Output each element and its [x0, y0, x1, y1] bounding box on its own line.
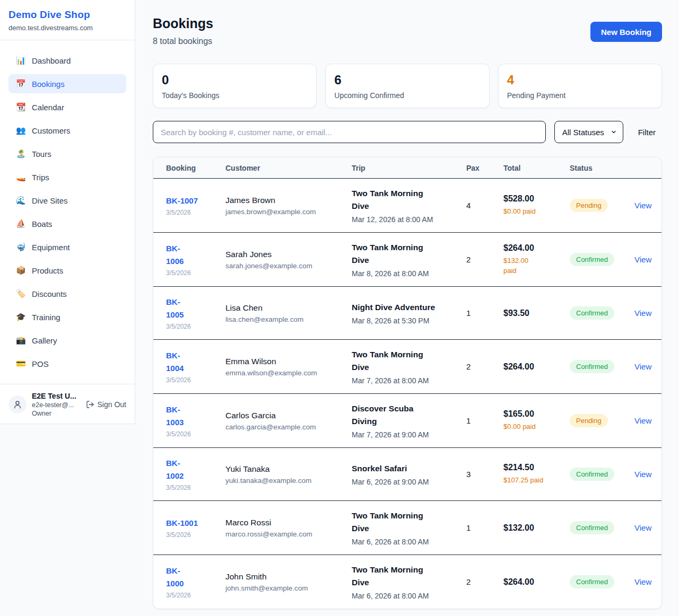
trip-name: Night Dive Adventure: [352, 301, 466, 314]
table-row: BK- 1002 3/5/2026 Yuki Tanaka yuki.tanak…: [153, 447, 661, 500]
total-amount: $264.00: [503, 243, 570, 253]
nav-icon: 🌊: [16, 196, 25, 205]
customer-cell: James Brown james.brown@example.com: [225, 196, 352, 216]
sidebar-item-label: Equipment: [32, 243, 70, 252]
booking-id-link[interactable]: BK- 1003: [166, 403, 184, 429]
view-link[interactable]: View: [634, 362, 651, 371]
table-row: BK- 1004 3/5/2026 Emma Wilson emma.wilso…: [153, 339, 661, 393]
filter-button[interactable]: Filter: [632, 128, 662, 137]
customer-cell: Emma Wilson emma.wilson@example.com: [225, 357, 352, 377]
stat-value: 0: [162, 73, 308, 88]
sidebar-item-dashboard[interactable]: 📊 Dashboard: [8, 51, 126, 70]
trip-datetime: Mar 6, 2026 at 8:00 AM: [352, 538, 466, 546]
customer-name: Carlos Garcia: [225, 411, 352, 420]
pax-cell: 1: [466, 416, 503, 425]
booking-id-link[interactable]: BK- 1000: [166, 565, 184, 590]
view-link[interactable]: View: [634, 201, 651, 210]
user-icon: [13, 400, 22, 409]
view-link[interactable]: View: [634, 470, 651, 479]
page-header: Bookings 8 total bookings New Booking: [153, 16, 662, 46]
sidebar-item-products[interactable]: 📦 Products: [8, 261, 126, 280]
trip-cell: Two Tank Morning Dive Mar 12, 2026 at 8:…: [352, 187, 466, 224]
sidebar-item-bookings[interactable]: 📅 Bookings: [8, 74, 126, 93]
sidebar: Demo Dive Shop demo.test.divestreams.com…: [0, 0, 135, 424]
column-header-status: Status: [570, 164, 634, 172]
trip-name: Two Tank Morning Dive: [352, 564, 466, 589]
total-cell: $93.50: [503, 309, 570, 318]
booking-id-link[interactable]: BK- 1004: [166, 349, 184, 375]
customer-cell: Sarah Jones sarah.jones@example.com: [225, 250, 352, 270]
sidebar-item-discounts[interactable]: 🏷️ Discounts: [8, 284, 126, 303]
booking-id-link[interactable]: BK- 1006: [166, 242, 184, 268]
total-amount: $528.00: [503, 194, 570, 204]
trip-datetime: Mar 6, 2026 at 8:00 AM: [352, 592, 466, 600]
new-booking-button[interactable]: New Booking: [590, 22, 662, 42]
view-link[interactable]: View: [634, 309, 651, 318]
stats-row: 0 Today's Bookings 6 Upcoming Confirmed …: [153, 64, 662, 108]
user-name: E2E Test U...: [32, 392, 81, 400]
pax-cell: 2: [466, 255, 503, 264]
booking-id-link[interactable]: BK-1001: [166, 517, 198, 530]
booking-id-link[interactable]: BK- 1002: [166, 457, 184, 482]
stat-card-pending-payment: 4 Pending Payment: [498, 64, 662, 108]
sidebar-item-training[interactable]: 🎓 Training: [8, 307, 126, 327]
nav-icon: 📦: [16, 266, 25, 275]
pax-cell: 2: [466, 362, 503, 371]
pax-cell: 1: [466, 523, 503, 532]
status-cell: Confirmed: [570, 575, 634, 588]
sidebar-item-boats[interactable]: ⛵ Boats: [8, 214, 126, 233]
customer-email: lisa.chen@example.com: [225, 315, 352, 323]
sidebar-item-equipment[interactable]: 🤿 Equipment: [8, 237, 126, 257]
customer-cell: Carlos Garcia carlos.garcia@example.com: [225, 411, 352, 431]
sidebar-item-calendar[interactable]: 📆 Calendar: [8, 98, 126, 117]
view-link[interactable]: View: [634, 577, 651, 586]
status-filter-select[interactable]: All Statuses: [554, 121, 623, 143]
trip-cell: Two Tank Morning Dive Mar 6, 2026 at 8:0…: [352, 564, 466, 600]
customer-name: John Smith: [225, 572, 352, 582]
customer-cell: Yuki Tanaka yuki.tanaka@example.com: [225, 464, 352, 485]
trip-datetime: Mar 7, 2026 at 8:00 AM: [352, 376, 466, 385]
total-amount: $93.50: [503, 309, 570, 318]
sign-out-label: Sign Out: [98, 400, 126, 409]
actions-cell: View: [634, 577, 649, 587]
search-input[interactable]: [153, 121, 546, 143]
sidebar-item-trips[interactable]: 🚤 Trips: [8, 168, 126, 187]
customer-cell: John Smith john.smith@example.com: [225, 572, 352, 592]
nav-icon: 🚤: [16, 172, 25, 182]
column-header-pax: Pax: [466, 164, 503, 172]
sidebar-item-gallery[interactable]: 📸 Gallery: [8, 331, 126, 350]
trip-cell: Snorkel Safari Mar 6, 2026 at 9:00 AM: [352, 462, 466, 486]
filter-row: All Statuses Filter: [153, 121, 662, 143]
total-amount: $264.00: [503, 362, 570, 372]
trip-datetime: Mar 6, 2026 at 9:00 AM: [352, 478, 466, 486]
sidebar-item-dive-sites[interactable]: 🌊 Dive Sites: [8, 191, 126, 210]
customer-name: Yuki Tanaka: [225, 464, 352, 474]
status-filter-wrap: All Statuses: [554, 121, 623, 143]
sidebar-item-pos[interactable]: 💳 POS: [8, 354, 126, 373]
table-row: BK- 1003 3/5/2026 Carlos Garcia carlos.g…: [153, 393, 661, 447]
sidebar-item-label: Bookings: [32, 80, 65, 89]
booking-id-link[interactable]: BK- 1005: [166, 296, 184, 321]
table-header-row: Booking Customer Trip Pax Total Status: [153, 157, 661, 179]
booking-cell: BK- 1004 3/5/2026: [166, 349, 225, 384]
nav-icon: 📊: [16, 56, 25, 65]
sidebar-item-tours[interactable]: 🏝️ Tours: [8, 144, 126, 163]
actions-cell: View: [634, 523, 649, 533]
user-role: Owner: [32, 410, 81, 417]
stat-value: 6: [334, 73, 480, 88]
sidebar-nav: 📊 Dashboard 📅 Bookings 📆 Calendar 👥 Cust…: [0, 40, 135, 384]
total-cell: $264.00: [503, 577, 570, 587]
avatar: [8, 395, 27, 413]
status-badge: Confirmed: [570, 253, 614, 266]
table-row: BK-1007 3/5/2026 James Brown james.brown…: [153, 179, 661, 232]
view-link[interactable]: View: [634, 255, 651, 264]
view-link[interactable]: View: [634, 416, 651, 425]
sign-out-button[interactable]: Sign Out: [86, 400, 126, 409]
customer-email: sarah.jones@example.com: [225, 262, 352, 270]
booking-id-link[interactable]: BK-1007: [166, 195, 198, 207]
stat-label: Today's Bookings: [162, 91, 308, 100]
status-badge: Pending: [570, 414, 608, 427]
sidebar-item-customers[interactable]: 👥 Customers: [8, 121, 126, 140]
bookings-table: Booking Customer Trip Pax Total Status B…: [153, 157, 662, 609]
view-link[interactable]: View: [634, 523, 651, 532]
